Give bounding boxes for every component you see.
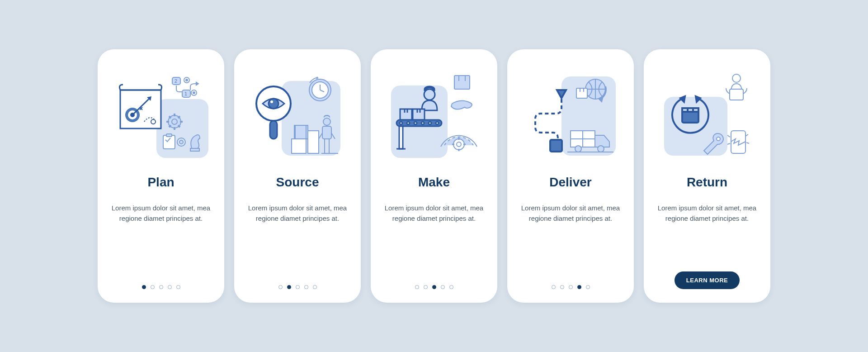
card-plan: 2 1	[98, 49, 224, 303]
onboarding-cards-row: 2 1	[98, 49, 770, 303]
pagination-dot[interactable]	[278, 285, 283, 289]
svg-text:2: 2	[175, 78, 177, 84]
svg-point-32	[269, 99, 278, 109]
svg-point-44	[323, 118, 330, 125]
card-make: Make Lorem ipsum dolor sit amet, mea reg…	[371, 49, 497, 303]
pagination-dot[interactable]	[296, 285, 300, 289]
svg-point-70	[453, 139, 464, 150]
svg-rect-77	[550, 140, 562, 152]
svg-point-86	[598, 146, 604, 152]
svg-line-28	[178, 116, 180, 118]
svg-point-64	[429, 122, 431, 124]
pagination-dot[interactable]	[586, 285, 590, 289]
svg-rect-96	[731, 131, 745, 153]
svg-point-13	[186, 79, 188, 81]
card-title: Make	[418, 175, 450, 190]
card-desc: Lorem ipsum dolor sit amet, mea regione …	[382, 203, 486, 277]
svg-point-65	[436, 122, 439, 124]
svg-rect-16	[163, 135, 175, 149]
card-title: Deliver	[549, 175, 591, 190]
svg-point-60	[400, 122, 402, 124]
svg-rect-90	[682, 108, 698, 112]
svg-rect-59	[396, 120, 442, 126]
card-deliver: Deliver Lorem ipsum dolor sit amet, mea …	[507, 49, 634, 303]
svg-line-27	[178, 125, 180, 127]
pagination-dot[interactable]	[449, 285, 453, 289]
svg-rect-54	[413, 109, 425, 120]
svg-rect-53	[400, 109, 412, 120]
svg-point-85	[575, 146, 581, 152]
pagination-dot[interactable]	[424, 285, 428, 289]
make-illustration-icon	[387, 67, 481, 162]
card-desc: Lorem ipsum dolor sit amet, mea regione …	[245, 203, 350, 277]
pagination-dot[interactable]	[577, 285, 581, 289]
pagination-dots	[552, 285, 590, 289]
plan-illustration-icon: 2 1	[113, 67, 208, 162]
svg-line-26	[169, 116, 171, 118]
svg-rect-17	[166, 134, 172, 137]
svg-rect-45	[322, 126, 331, 139]
pagination-dot[interactable]	[313, 285, 317, 289]
svg-point-15	[193, 92, 195, 94]
pagination-dot[interactable]	[432, 285, 436, 289]
svg-text:1: 1	[184, 91, 187, 96]
pagination-dot[interactable]	[560, 285, 564, 289]
pagination-dot[interactable]	[168, 285, 172, 289]
card-desc: Lorem ipsum dolor sit amet, mea regione …	[655, 203, 760, 266]
card-desc: Lorem ipsum dolor sit amet, mea regione …	[108, 203, 213, 277]
svg-rect-41	[308, 131, 319, 153]
svg-point-52	[424, 89, 435, 100]
deliver-illustration-icon	[523, 67, 618, 162]
pagination-dot[interactable]	[441, 285, 445, 289]
pagination-dot[interactable]	[142, 285, 146, 289]
card-title: Return	[687, 175, 727, 190]
svg-point-62	[414, 122, 417, 124]
svg-rect-39	[292, 139, 306, 153]
source-illustration-icon	[250, 67, 345, 162]
svg-rect-79	[576, 88, 587, 98]
svg-point-95	[717, 137, 720, 141]
pagination-dot[interactable]	[159, 285, 163, 289]
pagination-dot[interactable]	[176, 285, 180, 289]
svg-rect-66	[399, 126, 403, 149]
svg-rect-67	[454, 76, 470, 89]
pagination-dot[interactable]	[569, 285, 573, 289]
svg-point-33	[270, 100, 273, 103]
card-source: Source Lorem ipsum dolor sit amet, mea r…	[234, 49, 361, 303]
pagination-dots	[415, 285, 453, 289]
card-desc: Lorem ipsum dolor sit amet, mea regione …	[518, 203, 623, 277]
svg-point-63	[421, 122, 424, 124]
card-title: Plan	[147, 175, 174, 190]
pagination-dots	[278, 285, 317, 289]
svg-rect-94	[730, 89, 743, 100]
pagination-dot[interactable]	[151, 285, 155, 289]
svg-point-93	[732, 74, 741, 82]
pagination-dots	[142, 285, 180, 289]
svg-rect-34	[270, 121, 277, 139]
learn-more-button[interactable]: LEARN MORE	[675, 271, 740, 289]
pagination-dot[interactable]	[415, 285, 419, 289]
card-return: Return Lorem ipsum dolor sit amet, mea r…	[644, 49, 770, 303]
svg-point-61	[407, 122, 410, 124]
pagination-dot[interactable]	[552, 285, 556, 289]
return-illustration-icon	[660, 67, 755, 162]
pagination-dot[interactable]	[304, 285, 308, 289]
svg-point-19	[179, 140, 183, 144]
card-title: Source	[276, 175, 319, 190]
pagination-dot[interactable]	[287, 285, 291, 289]
svg-line-29	[169, 125, 171, 127]
